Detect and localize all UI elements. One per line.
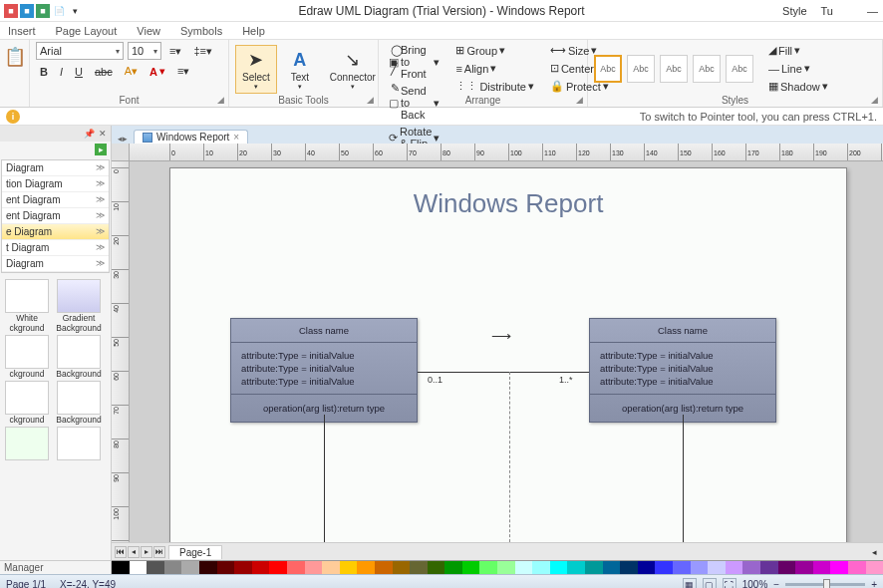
paste-button[interactable]: 📋 [6, 42, 23, 72]
view-full-icon[interactable]: ⛶ [723, 578, 736, 589]
color-swatch[interactable] [340, 561, 358, 574]
color-swatch[interactable] [357, 561, 375, 574]
color-swatch[interactable] [848, 561, 866, 574]
prev-page-icon[interactable]: ◂ [128, 546, 140, 558]
bold-button[interactable]: B [36, 64, 52, 80]
color-swatch[interactable] [130, 561, 147, 574]
tab-help[interactable]: Help [242, 25, 265, 37]
style-preset[interactable]: Abc [726, 55, 753, 83]
view-normal-icon[interactable]: ▦ [683, 578, 697, 589]
minimize-icon[interactable]: — [867, 5, 879, 17]
line-spacing-button[interactable]: ‡≡▾ [189, 43, 216, 60]
tree-item[interactable]: t Diagram≫ [2, 240, 109, 256]
color-swatch[interactable] [866, 561, 883, 574]
color-swatch[interactable] [673, 561, 691, 574]
shape-thumb[interactable] [2, 427, 52, 460]
zoom-in-icon[interactable]: + [871, 579, 877, 588]
shape-thumb[interactable]: Background [54, 335, 104, 379]
color-swatch[interactable] [550, 561, 568, 574]
line-button[interactable]: — Line ▾ [764, 60, 832, 77]
shape-thumb[interactable]: ckground [2, 335, 52, 379]
tree-item[interactable]: ent Diagram≫ [2, 208, 109, 224]
color-swatch[interactable] [444, 561, 462, 574]
canvas[interactable]: Windows Report Class name attribute:Type… [130, 161, 883, 542]
group-button[interactable]: ⊞ Group ▾ [451, 42, 537, 59]
shape-thumb[interactable] [54, 427, 104, 460]
shape-thumb[interactable]: White ckground [2, 279, 52, 333]
bullets-button[interactable]: ≡▾ [165, 43, 185, 60]
zoom-out-icon[interactable]: − [773, 579, 779, 588]
color-swatch[interactable] [393, 561, 411, 574]
zoom-slider[interactable] [785, 583, 865, 586]
view-page-icon[interactable]: ▢ [703, 578, 717, 589]
color-swatch[interactable] [287, 561, 305, 574]
dialog-launcher-icon[interactable]: ◢ [217, 95, 224, 105]
underline-button[interactable]: U [71, 64, 87, 80]
qat-item[interactable]: ■ [36, 4, 50, 18]
color-swatch[interactable] [655, 561, 673, 574]
color-swatch[interactable] [778, 561, 796, 574]
color-swatch[interactable] [164, 561, 182, 574]
color-swatch[interactable] [112, 561, 130, 574]
color-swatch[interactable] [497, 561, 515, 574]
style-preset[interactable]: Abc [660, 55, 688, 83]
shape-thumb[interactable]: Background [54, 381, 104, 425]
color-swatch[interactable] [567, 561, 585, 574]
color-swatch[interactable] [795, 561, 813, 574]
tree-item[interactable]: Diagram≫ [2, 160, 109, 176]
color-swatch[interactable] [375, 561, 393, 574]
font-name-combo[interactable]: Arial▾ [36, 42, 124, 60]
color-swatch[interactable] [462, 561, 480, 574]
style-menu[interactable]: Style [782, 5, 806, 17]
style-preset[interactable]: Abc [627, 55, 655, 83]
color-swatch[interactable] [638, 561, 656, 574]
qat-item[interactable]: 📄 [52, 4, 66, 18]
font-color-button[interactable]: A▾ [146, 63, 169, 80]
bring-to-front-button[interactable]: ▣ Bring to Front ▾ [385, 42, 443, 82]
horizontal-ruler[interactable]: 0102030405060708090100110120130140150160… [130, 144, 883, 161]
color-swatch[interactable] [532, 561, 550, 574]
document-tab[interactable]: Windows Report × [134, 130, 248, 144]
select-tool[interactable]: ➤Select▾ [235, 45, 277, 94]
tree-item[interactable]: Diagram≫ [2, 256, 109, 272]
color-swatch[interactable] [479, 561, 497, 574]
shape-thumb[interactable]: ckground [2, 381, 52, 425]
tab-nav-icon[interactable]: ◂▸ [118, 134, 128, 144]
style-preset[interactable]: Abc [693, 55, 721, 83]
tree-item[interactable]: ent Diagram≫ [2, 192, 109, 208]
color-swatch[interactable] [269, 561, 287, 574]
color-swatch[interactable] [585, 561, 603, 574]
color-swatch[interactable] [830, 561, 848, 574]
add-icon[interactable]: ▸ [95, 144, 107, 155]
italic-button[interactable]: I [56, 64, 67, 80]
qat-item[interactable]: ■ [4, 4, 18, 18]
color-swatch[interactable] [813, 561, 831, 574]
tab-view[interactable]: View [137, 25, 160, 37]
dialog-launcher-icon[interactable]: ◢ [871, 95, 878, 105]
color-swatch[interactable] [252, 561, 270, 574]
scroll-left-icon[interactable]: ◂ [872, 547, 883, 557]
distribute-button[interactable]: ⋮⋮ Distribute ▾ [451, 78, 537, 95]
association-line[interactable] [418, 372, 589, 373]
highlight-button[interactable]: A▾ [121, 63, 142, 80]
last-page-icon[interactable]: ⏭ [153, 546, 165, 558]
dialog-launcher-icon[interactable]: ◢ [576, 95, 583, 105]
color-swatch[interactable] [603, 561, 621, 574]
color-swatch[interactable] [217, 561, 235, 574]
color-swatch[interactable] [726, 561, 743, 574]
qat-item[interactable]: ■ [20, 4, 34, 18]
close-icon[interactable]: × [233, 132, 239, 143]
text-tool[interactable]: AText▾ [281, 45, 319, 94]
color-swatch[interactable] [760, 561, 778, 574]
align-button[interactable]: ≡▾ [173, 63, 193, 80]
qat-dropdown-icon[interactable]: ▾ [68, 4, 82, 18]
color-swatch[interactable] [181, 561, 199, 574]
color-swatch[interactable] [410, 561, 428, 574]
strike-button[interactable]: abc [91, 64, 117, 80]
style-submenu[interactable]: Tu [821, 5, 833, 17]
connector-tool[interactable]: ↘Connector▾ [323, 45, 383, 94]
shape-thumb[interactable]: Gradient Background [54, 279, 104, 333]
uml-class[interactable]: Class name attribute:Type = initialValue… [230, 318, 418, 423]
fill-button[interactable]: ◢ Fill ▾ [764, 42, 832, 59]
page[interactable]: Windows Report Class name attribute:Type… [169, 167, 847, 542]
